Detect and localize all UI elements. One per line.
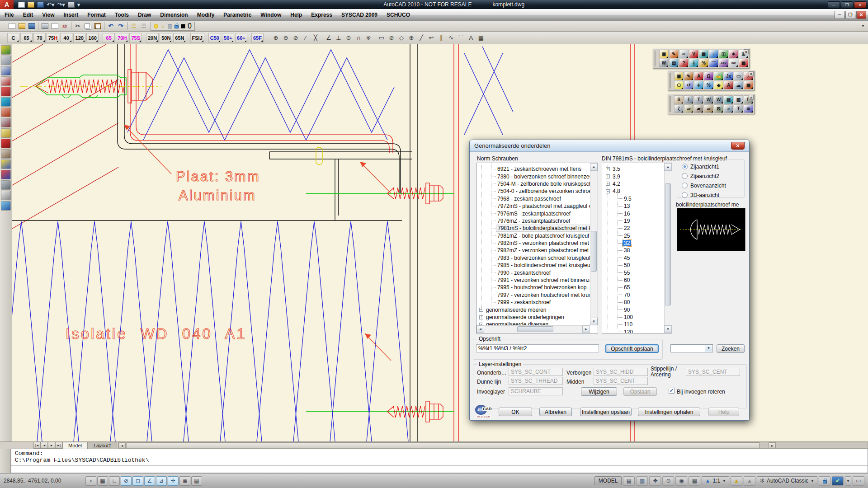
- tree-row[interactable]: 7981mZ - bolle plaatschroef kruisgleuf: [476, 232, 590, 239]
- sidebar-tool-icon-5[interactable]: [1, 97, 11, 107]
- toggle-ducs[interactable]: ⊿: [156, 476, 167, 486]
- scroll-left-icon[interactable]: ◄: [118, 442, 126, 448]
- menu-item-syscad-2009[interactable]: SYSCAD 2009: [337, 9, 382, 21]
- tree-row[interactable]: 7995 - houtschroef bolverzonken kop: [476, 284, 590, 291]
- draw-tool-icon-9[interactable]: ※: [363, 33, 373, 42]
- float-toolbar-icon[interactable]: S: [674, 95, 684, 104]
- float-toolbar-icon[interactable]: ◫: [719, 50, 728, 58]
- size-item[interactable]: 38: [623, 247, 631, 253]
- tree-row[interactable]: 7999 - zeskantschroef: [476, 299, 590, 306]
- part-item[interactable]: 7985 - bolcilinderschroef met kruisgleuf: [496, 262, 590, 268]
- tree-row[interactable]: 100: [602, 314, 664, 321]
- size-item[interactable]: 22: [623, 225, 631, 231]
- command-window-grip[interactable]: [0, 449, 11, 473]
- size-item[interactable]: 9.5: [623, 196, 633, 202]
- float-toolbar-icon[interactable]: ▤: [669, 59, 679, 67]
- radio-icon[interactable]: [682, 192, 688, 198]
- float-toolbar-icon[interactable]: ▨: [734, 95, 743, 104]
- size-item[interactable]: 80: [623, 299, 631, 305]
- float-toolbar-icon[interactable]: ⊠: [714, 104, 723, 113]
- draw-tool-icon-20[interactable]: ▦: [476, 33, 486, 42]
- size-node[interactable]: 4.2: [611, 181, 622, 187]
- tree-row[interactable]: −4.8: [602, 188, 664, 195]
- tree-row[interactable]: 7968 - zeskant passchroef: [476, 195, 590, 202]
- first-tab-icon[interactable]: |◄: [33, 442, 41, 449]
- size-item[interactable]: 50: [623, 262, 631, 268]
- size-tree[interactable]: +3.5+3.9+4.2−4.89.5131619222532384550556…: [602, 163, 672, 333]
- view-option-zijaanzicht2[interactable]: Zijaanzicht2: [682, 173, 744, 179]
- float-toolbar-icon[interactable]: ⌒: [709, 59, 718, 67]
- showmotion-icon[interactable]: ▦: [689, 476, 700, 486]
- plot-icon[interactable]: [68, 2, 75, 8]
- schraube-field[interactable]: [509, 387, 563, 395]
- sidebar-tool-icon-7[interactable]: [1, 118, 11, 127]
- group-item[interactable]: genormaliseerde onderlegringen: [485, 314, 566, 320]
- plot-icon[interactable]: [40, 22, 50, 31]
- doc-close-button[interactable]: ✕: [856, 11, 866, 19]
- float-toolbar-icon[interactable]: W: [659, 59, 669, 67]
- size-item[interactable]: 65: [623, 284, 631, 291]
- ok-button[interactable]: OK: [499, 408, 532, 416]
- quickview-layouts-icon[interactable]: ▥: [636, 476, 648, 486]
- doc-restore-button[interactable]: ❐: [845, 11, 855, 19]
- syscad-button-70[interactable]: 70: [33, 33, 46, 43]
- tree-row[interactable]: 7997 - verzonken houtschroef met kruisgl…: [476, 291, 590, 299]
- tree-row[interactable]: 7982mS - verzonken plaatschroef met krui…: [476, 239, 590, 247]
- tree-row[interactable]: 7972mS - plaatschroef met zaaggleuf en v…: [476, 202, 590, 210]
- tree-row[interactable]: 19: [602, 217, 664, 225]
- toggle-osnap[interactable]: ◻: [132, 476, 143, 486]
- layout-icon[interactable]: ▤: [623, 476, 635, 486]
- syscad-button-40[interactable]: 40: [60, 33, 72, 43]
- toggle-polar[interactable]: ⊘: [121, 476, 132, 486]
- float-toolbar-icon[interactable]: A: [694, 72, 703, 80]
- tree-row[interactable]: 60: [602, 277, 664, 284]
- tree-row[interactable]: 7504-0 - zelfborende verzonken schroeven…: [476, 188, 590, 195]
- size-item[interactable]: 90: [623, 307, 631, 313]
- radio-icon[interactable]: [682, 164, 688, 169]
- draw-tool-icon-0[interactable]: ⊕: [271, 33, 281, 42]
- syscad-button-65f[interactable]: 65F: [251, 33, 264, 43]
- float-toolbar-icon[interactable]: %: [704, 81, 713, 89]
- clean-screen-icon[interactable]: ▭: [853, 476, 864, 486]
- draw-tool-icon-7[interactable]: ⊙: [344, 33, 354, 42]
- menu-item-express[interactable]: Express: [307, 9, 337, 21]
- dialog-title-bar[interactable]: Genormaliseerde onderdelen ✕: [470, 140, 749, 152]
- syscad-button-50[interactable]: 50+: [222, 33, 234, 43]
- syscad-button-65[interactable]: 65: [103, 33, 115, 43]
- toggle-otrack[interactable]: ∠: [144, 476, 155, 486]
- size-item[interactable]: 100: [623, 314, 634, 320]
- group-item[interactable]: genormaliseerde moeren: [485, 307, 547, 313]
- draw-tool-icon-2[interactable]: ⊘: [291, 33, 301, 42]
- scroll-right-icon[interactable]: ►: [769, 442, 776, 448]
- opschrift-input[interactable]: [476, 344, 599, 352]
- toggle-qp[interactable]: ▤: [191, 476, 202, 486]
- autoscale-icon[interactable]: ▲: [744, 476, 755, 486]
- tree-row[interactable]: 22: [602, 225, 664, 232]
- tree-row[interactable]: 7981mS - bolcilinderplaatschroef met kru…: [476, 225, 590, 232]
- syscad-button-60[interactable]: 60+: [235, 33, 247, 43]
- float-toolbar-icon[interactable]: V: [689, 50, 698, 58]
- layer-on-icon[interactable]: [154, 24, 158, 28]
- float-toolbar-icon[interactable]: ↺: [684, 81, 693, 89]
- menu-item-dimension[interactable]: Dimension: [156, 9, 192, 21]
- tree-row[interactable]: +3.5: [602, 165, 664, 173]
- prev-tab-icon[interactable]: ◄: [41, 442, 48, 449]
- menu-item-parametric[interactable]: Parametric: [219, 9, 256, 21]
- sidebar-tool-icon-15[interactable]: [1, 201, 11, 211]
- float-toolbar-icon[interactable]: ☁: [734, 81, 743, 89]
- size-item[interactable]: 13: [623, 203, 631, 209]
- toolbar-grip[interactable]: [2, 22, 5, 30]
- tree-row[interactable]: 90: [602, 306, 664, 313]
- float-toolbar-icon[interactable]: ∞: [679, 50, 689, 58]
- float-toolbar-icon[interactable]: T: [694, 95, 703, 104]
- part-item[interactable]: 7504-M - zelfborende bolle kruiskopschro…: [496, 181, 590, 187]
- size-item[interactable]: 45: [623, 255, 631, 261]
- tree-row[interactable]: 45: [602, 254, 664, 262]
- tree-row[interactable]: 7504-M - zelfborende bolle kruiskopschro…: [476, 180, 590, 188]
- group-item[interactable]: genormaliseerde diversen: [485, 321, 550, 325]
- part-item[interactable]: 7981mZ - bolle plaatschroef kruisgleuf: [496, 233, 590, 239]
- zoeken-button[interactable]: Zoeken: [717, 344, 745, 353]
- tree-row[interactable]: 16: [602, 210, 664, 217]
- part-item[interactable]: 7504-0 - zelfborende verzonken schroeven…: [496, 188, 590, 194]
- part-item[interactable]: 7976mZ - zeskantplaatschroef: [496, 218, 571, 224]
